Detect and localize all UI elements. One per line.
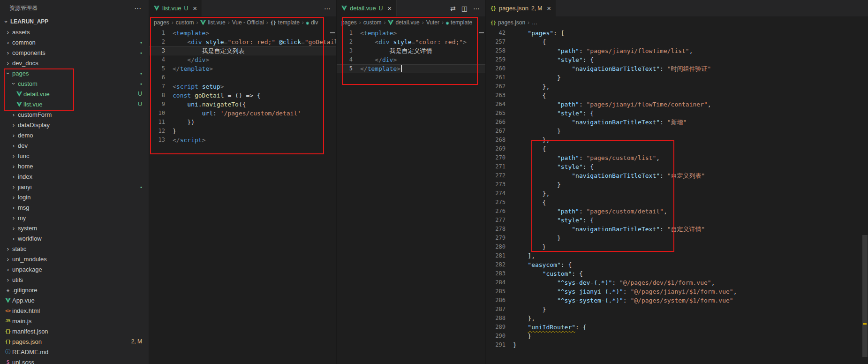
- code-line-269[interactable]: 269 {: [486, 144, 868, 153]
- code-line-9[interactable]: 9 uni.navigateTo({: [149, 100, 336, 109]
- code-line-288[interactable]: 288 },: [486, 314, 868, 323]
- breadcrumb-item-Vuter[interactable]: Vuter: [426, 19, 439, 26]
- code-line-290[interactable]: 290 }: [486, 332, 868, 341]
- code-line-1[interactable]: 1<template>: [337, 29, 485, 38]
- code-editor[interactable]: 1<template>2 <div style="color: red;">3 …: [337, 29, 485, 364]
- breadcrumb-item-pages.json[interactable]: {}pages.json: [491, 19, 525, 26]
- code-line-289[interactable]: 289 "uniIdRouter": {: [486, 323, 868, 332]
- tab-close-icon[interactable]: ×: [547, 4, 551, 12]
- tree-item-dev_docs[interactable]: ›dev_docs: [0, 58, 149, 68]
- code-line-3[interactable]: 3 我是自定义详情: [337, 46, 485, 55]
- code-line-257[interactable]: 257 {: [486, 38, 868, 46]
- tab-list.vue[interactable]: list.vue U ×: [149, 0, 202, 16]
- tree-item-my[interactable]: ›my: [0, 212, 149, 223]
- code-line-260[interactable]: 260 "navigationBarTitleText": "时间组件验证": [486, 64, 868, 73]
- tree-item-func[interactable]: ›func: [0, 151, 149, 161]
- tree-item-uni.scss[interactable]: Suni.scss: [0, 357, 149, 364]
- tree-item-components[interactable]: ›components●: [0, 47, 149, 58]
- vertical-scrollbar[interactable]: [862, 235, 868, 357]
- code-line-2[interactable]: 2 <div style="color: red;" @click="goDet…: [149, 38, 336, 46]
- code-line-262[interactable]: 262 },: [486, 82, 868, 91]
- tree-item-home[interactable]: ›home: [0, 161, 149, 171]
- code-line-259[interactable]: 259 "style": {: [486, 55, 868, 64]
- tree-item-common[interactable]: ›common●: [0, 37, 149, 47]
- code-line-264[interactable]: 264 "path": "pages/jianyi/flowTime/conta…: [486, 100, 868, 109]
- more-actions-icon[interactable]: ⋯: [324, 5, 331, 12]
- code-line-5[interactable]: 5</template>: [337, 64, 485, 73]
- code-line-280[interactable]: 280 }: [486, 243, 868, 251]
- code-line-5[interactable]: 5</template>: [149, 64, 336, 73]
- tree-item-index[interactable]: ›index: [0, 171, 149, 182]
- code-line-273[interactable]: 273 }: [486, 180, 868, 189]
- tree-item-msg[interactable]: ›msg: [0, 202, 149, 212]
- tree-item-uni_modules[interactable]: ›uni_modules: [0, 254, 149, 264]
- tree-item-workflow[interactable]: ›workflow: [0, 233, 149, 243]
- tree-item-custom[interactable]: ›custom●: [0, 78, 149, 89]
- tree-item-demo[interactable]: ›demo: [0, 130, 149, 140]
- tree-item-App.vue[interactable]: App.vue: [0, 295, 149, 305]
- code-line-261[interactable]: 261 }: [486, 73, 868, 82]
- tree-item-static[interactable]: ›static: [0, 243, 149, 254]
- tree-item-list.vue[interactable]: list.vueU: [0, 99, 149, 109]
- code-editor[interactable]: 1<template>2 <div style="color: red;" @c…: [149, 29, 336, 364]
- code-line-270[interactable]: 270 "path": "pages/custom/list",: [486, 153, 868, 162]
- code-line-283[interactable]: 283 "custom": {: [486, 269, 868, 278]
- code-line-275[interactable]: 275 {: [486, 198, 868, 207]
- code-line-4[interactable]: 4 </div>: [149, 55, 336, 64]
- tab-pages.json[interactable]: {} pages.json 2, M ×: [486, 0, 556, 16]
- code-line-268[interactable]: 268 },: [486, 136, 868, 144]
- code-line-8[interactable]: 8const goDetail = () => {: [149, 91, 336, 100]
- tree-root[interactable]: › LEARUN_APP: [0, 16, 149, 27]
- breadcrumb-item-div[interactable]: ◉div: [306, 19, 318, 26]
- tab-close-icon[interactable]: ×: [193, 4, 197, 12]
- tree-item-unpackage[interactable]: ›unpackage: [0, 264, 149, 274]
- breadcrumb-item-…[interactable]: …: [532, 19, 537, 26]
- breadcrumb-item-template[interactable]: ◉template: [446, 19, 472, 26]
- code-line-266[interactable]: 266 "navigationBarTitleText": "新增": [486, 118, 868, 127]
- code-line-263[interactable]: 263 {: [486, 91, 868, 100]
- tree-item-login[interactable]: ›login: [0, 192, 149, 202]
- code-line-271[interactable]: 271 "style": {: [486, 162, 868, 171]
- breadcrumb-item-pages[interactable]: pages: [341, 19, 357, 26]
- tree-item-.gitignore[interactable]: ◆.gitignore: [0, 285, 149, 295]
- code-line-278[interactable]: 278 "navigationBarTitleText": "自定义详情": [486, 225, 868, 234]
- breadcrumb-item-pages[interactable]: pages: [154, 19, 169, 26]
- code-line-274[interactable]: 274 },: [486, 189, 868, 198]
- tab-close-icon[interactable]: ×: [387, 4, 392, 12]
- more-actions-icon[interactable]: ⋯: [473, 5, 480, 12]
- code-line-284[interactable]: 284 "^sys-dev-(.*)": "@/pages/dev/$1/for…: [486, 278, 868, 287]
- tree-item-customForm[interactable]: ›customForm: [0, 109, 149, 120]
- code-line-4[interactable]: 4 </div>: [337, 55, 485, 64]
- tree-item-system[interactable]: ›system: [0, 223, 149, 233]
- code-line-287[interactable]: 287 }: [486, 305, 868, 314]
- code-line-286[interactable]: 286 "^sys-system-(.*)": "@/pages/system/…: [486, 296, 868, 305]
- tree-item-README.md[interactable]: ⓘREADME.md: [0, 347, 149, 357]
- code-line-291[interactable]: 291}: [486, 341, 868, 349]
- code-line-7[interactable]: 7<script setup>: [149, 82, 336, 91]
- code-line-13[interactable]: 13</script>: [149, 136, 336, 144]
- code-editor[interactable]: 42 "pages": [257 {258 "path": "pages/jia…: [486, 29, 868, 364]
- code-line-272[interactable]: 272 "navigationBarTitleText": "自定义列表": [486, 171, 868, 180]
- breadcrumb-item-Vue - Official[interactable]: Vue - Official: [232, 19, 264, 26]
- tree-item-assets[interactable]: ›assets: [0, 27, 149, 37]
- code-line-6[interactable]: 6: [149, 73, 336, 82]
- code-line-12[interactable]: 12}: [149, 127, 336, 136]
- code-line-11[interactable]: 11 }): [149, 118, 336, 127]
- tab-detail.vue[interactable]: detail.vue U ×: [337, 0, 397, 16]
- tree-item-dataDisplay[interactable]: ›dataDisplay: [0, 120, 149, 130]
- code-line-42[interactable]: 42 "pages": [: [486, 29, 868, 38]
- code-line-279[interactable]: 279 }: [486, 234, 868, 243]
- open-changes-icon[interactable]: ⇄: [450, 5, 456, 12]
- code-line-3[interactable]: 3 我是自定义列表: [149, 46, 336, 55]
- tree-item-jianyi[interactable]: ›jianyi●: [0, 182, 149, 192]
- tree-item-dev[interactable]: ›dev: [0, 140, 149, 151]
- code-line-1[interactable]: 1<template>: [149, 29, 336, 38]
- code-line-281[interactable]: 281 ],: [486, 251, 868, 260]
- code-line-276[interactable]: 276 "path": "pages/custom/detail",: [486, 207, 868, 216]
- split-editor-icon[interactable]: ◫: [461, 5, 468, 12]
- code-line-258[interactable]: 258 "path": "pages/jianyi/flowTime/list"…: [486, 46, 868, 55]
- tree-item-main.js[interactable]: JSmain.js: [0, 316, 149, 326]
- breadcrumb-item-list.vue[interactable]: list.vue: [200, 19, 225, 26]
- code-line-285[interactable]: 285 "^sys-jianyi-(.*)": "@/pages/jianyi/…: [486, 287, 868, 296]
- tree-item-index.html[interactable]: <>index.html: [0, 305, 149, 316]
